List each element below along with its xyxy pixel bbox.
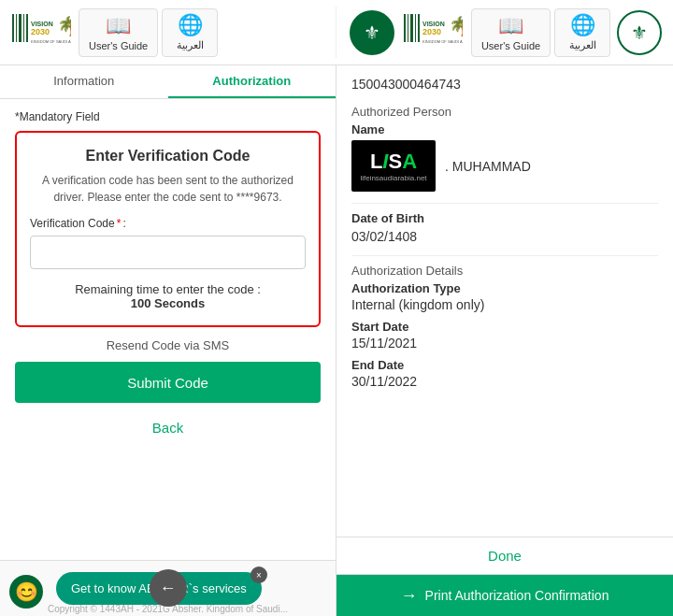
divider-1 bbox=[351, 203, 658, 204]
auth-type-label: Authorization Type bbox=[351, 281, 658, 295]
start-date-value: 15/11/2021 bbox=[351, 336, 658, 351]
saudi-emblem-right: ⚜ bbox=[617, 10, 662, 55]
globe-icon-right: 🌐 bbox=[570, 13, 595, 37]
lisa-sub-text: lifeinsaudiarabia.net bbox=[360, 174, 426, 182]
vision-logo-left: VISION 2030 KINGDOM OF SAUDI ARABIA 🌴 bbox=[7, 7, 73, 58]
divider-2 bbox=[351, 255, 658, 256]
required-star: * bbox=[117, 217, 122, 230]
header: VISION 2030 KINGDOM OF SAUDI ARABIA 🌴 📖 … bbox=[0, 0, 673, 65]
name-label: Name bbox=[351, 122, 658, 136]
arabic-btn-right[interactable]: 🌐 العربية bbox=[554, 8, 610, 57]
arrow-right-icon: → bbox=[401, 586, 418, 606]
svg-rect-11 bbox=[410, 14, 413, 42]
book-icon-right: 📖 bbox=[498, 14, 523, 38]
right-panel-content: 150043000464743 Authorized Person Name L… bbox=[336, 65, 673, 537]
end-date-value: 30/11/2022 bbox=[351, 374, 658, 389]
svg-text:KINGDOM OF SAUDI ARABIA: KINGDOM OF SAUDI ARABIA bbox=[31, 39, 71, 44]
header-left: VISION 2030 KINGDOM OF SAUDI ARABIA 🌴 📖 … bbox=[7, 7, 336, 58]
users-guide-btn-right[interactable]: 📖 User's Guide bbox=[471, 8, 551, 57]
dob-label: Date of Birth bbox=[351, 211, 658, 225]
name-row: LISA lifeinsaudiarabia.net . MUHAMMAD bbox=[351, 140, 658, 192]
lisa-logo: LISA lifeinsaudiarabia.net bbox=[351, 140, 436, 192]
submit-code-button[interactable]: Submit Code bbox=[15, 362, 321, 403]
right-panel: 150043000464743 Authorized Person Name L… bbox=[336, 65, 673, 616]
start-date-label: Start Date bbox=[351, 320, 658, 334]
mandatory-field-notice: *Mandatory Field bbox=[15, 110, 321, 123]
saudi-emblem-left: ⚜ bbox=[350, 10, 394, 55]
svg-text:2030: 2030 bbox=[31, 27, 50, 36]
svg-rect-2 bbox=[19, 14, 21, 42]
tab-information[interactable]: Information bbox=[0, 65, 168, 98]
authorization-number: 150043000464743 bbox=[351, 77, 658, 92]
svg-text:VISION: VISION bbox=[422, 21, 445, 27]
arrow-circle-button[interactable]: ← bbox=[150, 569, 187, 607]
auth-details-label: Authorization Details bbox=[351, 264, 658, 278]
tab-authorization[interactable]: Authorization bbox=[168, 65, 336, 98]
verification-description: A verification code has been sent to the… bbox=[30, 172, 306, 206]
authorized-name: . MUHAMMAD bbox=[445, 159, 531, 174]
dob-value: 03/02/1408 bbox=[351, 229, 658, 244]
done-button[interactable]: Done bbox=[336, 537, 673, 575]
remaining-time: Remaining time to enter the code : 100 S… bbox=[30, 282, 306, 310]
svg-text:2030: 2030 bbox=[422, 27, 441, 36]
right-footer: Done → Print Authorization Confirmation bbox=[336, 537, 673, 616]
main-content: Information Authorization *Mandatory Fie… bbox=[0, 65, 673, 616]
print-authorization-button[interactable]: → Print Authorization Confirmation bbox=[336, 575, 673, 616]
verification-title: Enter Verification Code bbox=[30, 148, 306, 165]
resend-link[interactable]: Resend Code via SMS bbox=[15, 338, 321, 352]
svg-rect-1 bbox=[16, 14, 17, 42]
svg-rect-13 bbox=[418, 14, 420, 42]
auth-type-value: Internal (kingdom only) bbox=[351, 297, 658, 312]
globe-icon-left: 🌐 bbox=[178, 13, 203, 37]
lisa-logo-text: LISA bbox=[360, 150, 426, 174]
svg-rect-0 bbox=[12, 14, 14, 42]
svg-text:KINGDOM OF SAUDI ARABIA: KINGDOM OF SAUDI ARABIA bbox=[422, 39, 463, 44]
svg-text:VISION: VISION bbox=[31, 21, 53, 27]
verification-code-input[interactable] bbox=[30, 236, 306, 269]
back-button[interactable]: Back bbox=[15, 410, 321, 444]
book-icon-left: 📖 bbox=[106, 14, 131, 38]
users-guide-btn-left[interactable]: 📖 User's Guide bbox=[79, 8, 158, 57]
left-panel: Information Authorization *Mandatory Fie… bbox=[0, 65, 336, 616]
arabic-btn-left[interactable]: 🌐 العربية bbox=[162, 8, 218, 57]
end-date-label: End Date bbox=[351, 358, 658, 372]
authorized-person-label: Authorized Person bbox=[351, 105, 658, 119]
svg-rect-12 bbox=[415, 14, 416, 42]
left-panel-content: *Mandatory Field Enter Verification Code… bbox=[0, 99, 336, 560]
header-right: ⚜ VISION 2030 KINGDOM OF SAUDI ARABIA 🌴 … bbox=[336, 7, 666, 58]
svg-rect-10 bbox=[408, 14, 408, 42]
chat-close-button[interactable]: × bbox=[251, 566, 267, 583]
svg-rect-3 bbox=[23, 14, 24, 42]
svg-rect-4 bbox=[26, 14, 28, 42]
vision-logo-right: VISION 2030 KINGDOM OF SAUDI ARABIA 🌴 bbox=[400, 7, 465, 58]
svg-text:🌴: 🌴 bbox=[449, 15, 463, 37]
svg-rect-9 bbox=[404, 14, 406, 42]
left-footer: 😊 Get to know ABSHER`s services × ← Copy… bbox=[0, 560, 336, 616]
svg-text:🌴: 🌴 bbox=[57, 15, 71, 37]
verification-code-label: Verification Code * : bbox=[30, 217, 306, 230]
verification-box: Enter Verification Code A verification c… bbox=[15, 131, 321, 327]
tab-bar: Information Authorization bbox=[0, 65, 336, 99]
